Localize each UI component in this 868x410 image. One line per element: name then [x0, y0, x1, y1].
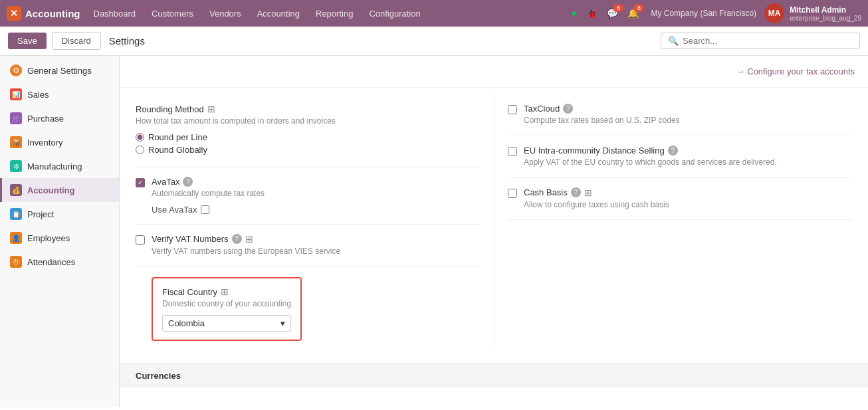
round-per-line-option[interactable]: Round per Line	[136, 132, 336, 142]
use-avatax-row: Use AvaTax	[152, 205, 265, 215]
sidebar-label-project: Project	[27, 209, 54, 219]
rounding-desc: How total tax amount is computed in orde…	[136, 116, 336, 127]
avatax-desc: Automatically compute tax rates	[152, 188, 265, 199]
avatax-left: AvaTax ? Automatically compute tax rates…	[136, 177, 265, 215]
avatax-help-icon[interactable]: ?	[183, 177, 193, 187]
rounding-info: Rounding Method ⊞ How total tax amount i…	[136, 104, 336, 157]
sidebar-item-project[interactable]: 📋 Project	[0, 202, 119, 226]
chevron-down-icon: ▾	[280, 318, 285, 328]
nav-item-configuration[interactable]: Configuration	[362, 0, 427, 27]
messages-icon[interactable]: 💬6	[604, 5, 621, 21]
sidebar-label-employees: Employees	[27, 233, 70, 243]
round-per-line-radio[interactable]	[136, 133, 144, 142]
save-button[interactable]: Save	[8, 33, 47, 49]
general-settings-icon: ⚙	[10, 64, 22, 76]
nav-item-dashboard[interactable]: Dashboard	[87, 0, 143, 27]
main-content: → Configure your tax accounts Rounding M…	[120, 56, 868, 407]
sidebar-item-employees[interactable]: 👤 Employees	[0, 226, 119, 250]
verify-vat-checkbox[interactable]	[136, 235, 145, 245]
settings-left-col: Rounding Method ⊞ How total tax amount i…	[136, 94, 494, 348]
search-input[interactable]	[683, 36, 853, 46]
eu-intra-help-icon[interactable]: ?	[668, 146, 678, 155]
settings-grid: Rounding Method ⊞ How total tax amount i…	[136, 94, 852, 348]
round-globally-label: Round Globally	[148, 145, 207, 155]
sidebar-item-manufacturing[interactable]: ⚙ Manufacturing	[0, 154, 119, 178]
sidebar-label-inventory: Inventory	[27, 138, 62, 148]
sidebar-item-purchase[interactable]: 🛒 Purchase	[0, 106, 119, 130]
inventory-icon: 📦	[10, 136, 22, 148]
sidebar-item-accounting[interactable]: 💰 Accounting	[0, 178, 119, 202]
sidebar-label-attendances: Attendances	[27, 257, 75, 267]
toolbar: Save Discard Settings 🔍	[0, 27, 868, 56]
avatax-checkbox[interactable]	[136, 178, 145, 187]
fiscal-country-select[interactable]: Colombia ▾	[162, 315, 291, 332]
fiscal-country-section: Fiscal Country ⊞ Domestic country of you…	[136, 266, 481, 348]
verify-vat-left: Verify VAT Numbers ? ⊞ Verify VAT number…	[136, 234, 340, 257]
verify-vat-help-icon[interactable]: ?	[232, 234, 242, 244]
round-per-line-label: Round per Line	[148, 132, 207, 142]
round-globally-option[interactable]: Round Globally	[136, 145, 336, 155]
settings-right-col: TaxCloud ? Compute tax rates based on U.…	[494, 94, 852, 348]
round-globally-radio[interactable]	[136, 146, 144, 154]
rounding-radio-group: Round per Line Round Globally	[136, 132, 336, 155]
sidebar-label-accounting: Accounting	[27, 185, 75, 195]
logo-icon: ✕	[7, 6, 21, 21]
sidebar-item-general[interactable]: ⚙ General Settings	[0, 58, 119, 82]
cash-basis-row: Cash Basis ? ⊞ Allow to configure taxes …	[508, 178, 852, 221]
top-navigation: ✕ Accounting Dashboard Customers Vendors…	[0, 0, 868, 27]
debug-icon[interactable]: 🐞	[584, 5, 600, 21]
sales-icon: 📊	[10, 88, 22, 100]
verify-vat-row: Verify VAT Numbers ? ⊞ Verify VAT number…	[136, 225, 481, 267]
rounding-mobile-icon: ⊞	[207, 104, 215, 114]
taxcloud-checkbox[interactable]	[508, 105, 517, 114]
company-name: My Company (San Francisco)	[651, 9, 756, 18]
app-title: Accounting	[25, 8, 80, 19]
verify-vat-info: Verify VAT Numbers ? ⊞ Verify VAT number…	[152, 234, 340, 257]
cash-basis-title: Cash Basis ? ⊞	[524, 187, 669, 198]
alerts-icon[interactable]: 🔔8	[625, 5, 641, 21]
employees-icon: 👤	[10, 232, 22, 244]
cash-basis-checkbox[interactable]	[508, 189, 517, 198]
sidebar-label-general: General Settings	[27, 66, 92, 76]
use-avatax-checkbox[interactable]	[201, 205, 209, 214]
status-online-icon: ●	[568, 5, 580, 22]
user-name: Mitchell Admin	[790, 5, 846, 15]
user-menu[interactable]: MA Mitchell Admin enterprise_blog_aug_29	[764, 3, 861, 23]
eu-intra-checkbox[interactable]	[508, 147, 517, 156]
avatax-info: AvaTax ? Automatically compute tax rates…	[152, 177, 265, 215]
nav-icons-group: ● 🐞 💬6 🔔8	[568, 5, 642, 22]
discard-button[interactable]: Discard	[52, 32, 101, 50]
app-logo[interactable]: ✕ Accounting	[7, 6, 80, 21]
nav-item-customers[interactable]: Customers	[145, 0, 200, 27]
accounting-icon: 💰	[10, 184, 22, 196]
fiscal-country-title: Fiscal Country ⊞	[162, 286, 291, 297]
configure-tax-accounts-link[interactable]: → Configure your tax accounts	[736, 61, 855, 84]
sidebar: ⚙ General Settings 📊 Sales 🛒 Purchase 📦 …	[0, 56, 120, 407]
cash-basis-help-icon[interactable]: ?	[571, 187, 581, 197]
eu-intra-left: EU Intra-community Distance Selling ? Ap…	[508, 146, 777, 168]
nav-item-reporting[interactable]: Reporting	[309, 0, 360, 27]
cash-basis-left: Cash Basis ? ⊞ Allow to configure taxes …	[508, 187, 669, 211]
rounding-title: Rounding Method ⊞	[136, 104, 336, 114]
eu-intra-row: EU Intra-community Distance Selling ? Ap…	[508, 136, 852, 178]
nav-item-accounting[interactable]: Accounting	[251, 0, 306, 27]
sidebar-label-sales: Sales	[27, 90, 49, 100]
sidebar-item-inventory[interactable]: 📦 Inventory	[0, 130, 119, 154]
cash-basis-info: Cash Basis ? ⊞ Allow to configure taxes …	[524, 187, 669, 211]
alerts-badge: 8	[633, 4, 644, 12]
fiscal-country-value: Colombia	[168, 318, 205, 328]
currencies-label: Currencies	[136, 371, 181, 381]
fiscal-country-desc: Domestic country of your accounting	[162, 298, 291, 310]
eu-intra-info: EU Intra-community Distance Selling ? Ap…	[524, 146, 777, 168]
sidebar-item-attendances[interactable]: ⏱ Attendances	[0, 250, 119, 274]
eu-intra-title: EU Intra-community Distance Selling ?	[524, 146, 777, 155]
main-layout: ⚙ General Settings 📊 Sales 🛒 Purchase 📦 …	[0, 56, 868, 407]
taxcloud-help-icon[interactable]: ?	[563, 104, 573, 114]
sidebar-item-sales[interactable]: 📊 Sales	[0, 82, 119, 106]
nav-item-vendors[interactable]: Vendors	[203, 0, 248, 27]
sidebar-label-purchase: Purchase	[27, 114, 64, 124]
page-title: Settings	[109, 35, 145, 47]
cash-basis-desc: Allow to configure taxes using cash basi…	[524, 199, 669, 211]
taxcloud-title: TaxCloud ?	[524, 104, 680, 114]
use-avatax-label: Use AvaTax	[152, 205, 197, 215]
